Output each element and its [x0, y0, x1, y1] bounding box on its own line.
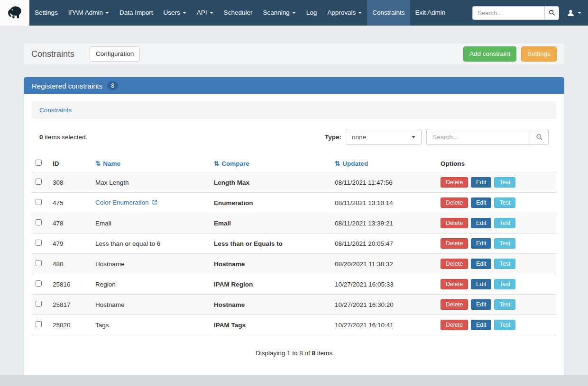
row-compare: Hostname — [210, 295, 331, 315]
nav-item-label: API — [197, 9, 207, 16]
edit-button[interactable]: Edit — [471, 197, 492, 208]
test-button[interactable]: Test — [494, 197, 515, 208]
select-all-checkbox[interactable] — [36, 160, 42, 166]
edit-button[interactable]: Edit — [471, 238, 492, 249]
row-checkbox[interactable] — [36, 179, 42, 185]
tab-constraints[interactable]: Constraints — [39, 107, 72, 114]
row-id: 308 — [49, 172, 92, 193]
constraints-table-body: 308 Max Length Length Max 08/11/2021 11:… — [32, 172, 556, 335]
row-id: 25816 — [49, 274, 92, 295]
row-updated: 08/11/2021 20:05:47 — [331, 233, 437, 254]
row-checkbox[interactable] — [36, 260, 42, 266]
row-id: 25817 — [49, 295, 92, 315]
nav-item-log[interactable]: Log — [301, 0, 322, 26]
row-checkbox[interactable] — [36, 199, 42, 205]
panel-heading: Registered constraints 8 — [24, 78, 564, 94]
test-button[interactable]: Test — [494, 299, 515, 310]
row-checkbox[interactable] — [36, 219, 42, 225]
caret-down-icon — [358, 12, 362, 14]
row-updated: 10/27/2021 16:30:20 — [331, 295, 437, 315]
edit-button[interactable]: Edit — [471, 177, 492, 188]
delete-button[interactable]: Delete — [441, 177, 468, 188]
row-checkbox[interactable] — [36, 280, 42, 287]
edit-button[interactable]: Edit — [471, 259, 492, 269]
top-navbar: Settings IPAM Admin Data Import Users AP… — [0, 0, 588, 26]
settings-button[interactable]: Settings — [521, 46, 557, 62]
nav-item-label: Users — [164, 9, 180, 16]
navbar-search-input[interactable] — [472, 6, 544, 20]
registered-constraints-panel: Registered constraints 8 Constraints 0 i… — [24, 77, 564, 386]
table-row: 25817 Hostname Hostname 10/27/2021 16:30… — [32, 295, 556, 315]
test-button[interactable]: Test — [494, 177, 515, 188]
table-row: 25816 Region IPAM Region 10/27/2021 16:0… — [32, 274, 556, 295]
nav-item-data-import[interactable]: Data Import — [114, 0, 158, 26]
row-checkbox[interactable] — [36, 240, 42, 246]
sort-by-name[interactable]: Name — [95, 160, 120, 167]
test-button[interactable]: Test — [494, 218, 515, 228]
delete-button[interactable]: Delete — [441, 259, 468, 269]
table-search-button[interactable] — [530, 129, 549, 145]
caret-down-icon — [412, 136, 415, 138]
delete-button[interactable]: Delete — [441, 320, 468, 330]
row-updated: 08/11/2021 13:10:14 — [331, 193, 437, 213]
tab-strip: Constraints — [32, 101, 556, 119]
table-row: 480 Hostname Hostname 08/20/2021 11:38:3… — [32, 254, 556, 274]
sort-icon — [335, 160, 342, 167]
delete-button[interactable]: Delete — [441, 299, 468, 310]
edit-button[interactable]: Edit — [471, 218, 492, 228]
external-link-icon[interactable] — [152, 199, 157, 206]
type-filter-value: none — [352, 134, 366, 141]
delete-button[interactable]: Delete — [441, 197, 468, 208]
user-menu[interactable] — [567, 9, 581, 17]
edit-button[interactable]: Edit — [471, 320, 492, 330]
row-checkbox[interactable] — [36, 321, 42, 327]
search-icon — [549, 9, 555, 16]
test-button[interactable]: Test — [494, 320, 515, 330]
test-button[interactable]: Test — [494, 238, 515, 249]
navbar-search — [472, 6, 559, 20]
nav-item-scanning[interactable]: Scanning — [257, 0, 301, 26]
pagination-info: Displaying 1 to 8 of 8 items — [32, 335, 556, 378]
nav-item-label: IPAM Admin — [68, 9, 103, 16]
panel-title: Registered constraints — [32, 82, 102, 90]
edit-button[interactable]: Edit — [471, 299, 492, 310]
row-name: Less than or equal to 6 — [95, 240, 160, 247]
row-compare: Hostname — [210, 254, 331, 274]
configuration-button[interactable]: Configuration — [90, 46, 140, 62]
nav-item-label: Approvals — [327, 9, 356, 16]
test-button[interactable]: Test — [494, 259, 515, 269]
nav-item-settings[interactable]: Settings — [29, 0, 63, 26]
test-button[interactable]: Test — [494, 279, 515, 289]
delete-button[interactable]: Delete — [441, 218, 468, 228]
row-name[interactable]: Color Enumeration — [95, 199, 149, 206]
sort-icon — [214, 160, 221, 167]
navbar-search-button[interactable] — [544, 6, 559, 20]
type-filter-select[interactable]: none — [346, 129, 422, 145]
row-updated: 08/11/2021 11:47:56 — [331, 172, 437, 193]
row-id: 480 — [49, 254, 92, 274]
edit-button[interactable]: Edit — [471, 279, 492, 289]
nav-item-exit-admin[interactable]: Exit Admin — [410, 0, 451, 26]
row-compare: Email — [210, 213, 331, 233]
main-menu: Settings IPAM Admin Data Import Users AP… — [29, 0, 450, 26]
add-constraint-button[interactable]: Add constraint — [463, 46, 516, 62]
nav-item-api[interactable]: API — [192, 0, 219, 26]
sort-by-updated[interactable]: Updated — [335, 160, 368, 167]
row-compare: Length Max — [210, 172, 331, 193]
row-updated: 10/27/2021 16:10:41 — [331, 315, 437, 335]
sort-by-compare[interactable]: Compare — [214, 160, 249, 167]
nav-item-scheduler[interactable]: Scheduler — [219, 0, 258, 26]
table-row: 308 Max Length Length Max 08/11/2021 11:… — [32, 172, 556, 193]
selected-info: 0 items selected. — [39, 134, 87, 141]
delete-button[interactable]: Delete — [441, 238, 468, 249]
table-search-input[interactable] — [426, 129, 530, 145]
nav-item-ipam-admin[interactable]: IPAM Admin — [63, 0, 114, 26]
column-header-id: ID — [49, 155, 92, 172]
nav-item-users[interactable]: Users — [158, 0, 192, 26]
nav-item-constraints[interactable]: Constraints — [367, 0, 410, 26]
nav-item-approvals[interactable]: Approvals — [322, 0, 367, 26]
delete-button[interactable]: Delete — [441, 279, 468, 289]
phpipam-logo[interactable] — [0, 0, 29, 26]
row-checkbox[interactable] — [36, 301, 42, 307]
mammoth-logo-icon — [6, 4, 24, 22]
